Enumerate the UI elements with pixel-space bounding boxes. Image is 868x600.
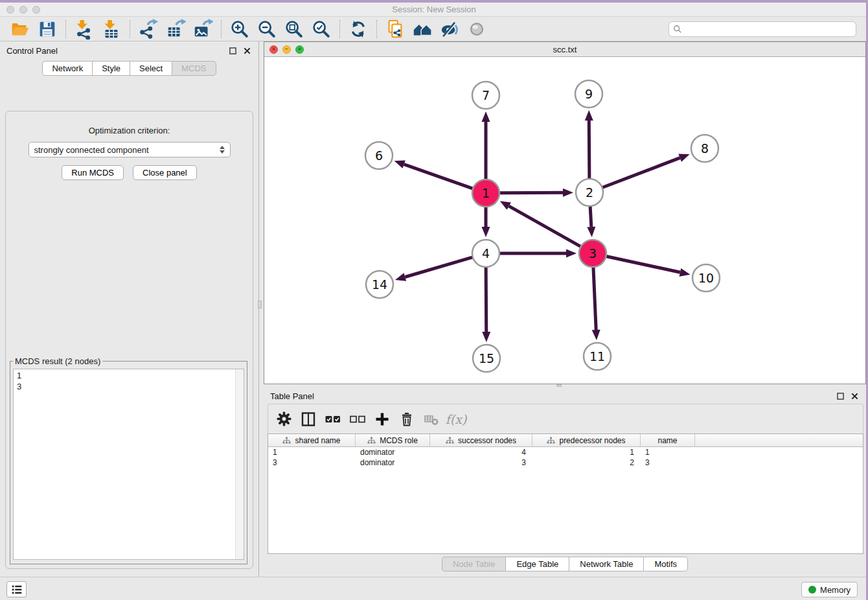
graph-edge-2-3[interactable] [590, 206, 591, 227]
close-table-panel-icon[interactable] [849, 391, 860, 401]
float-panel-icon[interactable] [227, 45, 238, 56]
tab-style[interactable]: Style [92, 61, 130, 76]
vertical-splitter-handle[interactable] [258, 301, 262, 308]
tab-edge-table[interactable]: Edge Table [505, 557, 569, 571]
table-row[interactable]: 1dominator411 [268, 447, 863, 457]
zoom-out-icon [257, 19, 277, 40]
zoom-in-icon [229, 19, 250, 40]
graph-edge-3-1[interactable] [509, 206, 581, 247]
search-field[interactable] [668, 21, 856, 37]
status-bar: Memory [0, 577, 868, 600]
delete-column-button[interactable] [398, 410, 416, 428]
toolbar-separator [130, 20, 130, 38]
gear-button[interactable] [275, 410, 293, 428]
function-builder-icon: f(x) [446, 412, 467, 426]
toolbar-separator [221, 20, 222, 38]
import-table-icon [101, 19, 122, 40]
home-icon [412, 19, 433, 40]
task-history-button[interactable] [6, 581, 27, 597]
column-header-successor-nodes[interactable]: successor nodes [430, 434, 532, 446]
deselect-columns-button[interactable] [348, 410, 367, 428]
graph-edge-arrow [482, 332, 490, 342]
import-table-button[interactable] [98, 18, 125, 40]
export-network-icon [138, 19, 159, 40]
graph-edge-3-11[interactable] [593, 267, 596, 330]
close-panel-button[interactable]: Close panel [133, 165, 197, 180]
column-header-mcds-role[interactable]: MCDS role [356, 434, 430, 446]
tab-motifs[interactable]: Motifs [643, 557, 688, 571]
zoom-selected-button[interactable] [308, 18, 335, 40]
export-network-button[interactable] [135, 18, 162, 40]
import-network-button[interactable] [71, 18, 98, 40]
refresh-icon [348, 19, 369, 40]
criterion-select[interactable]: strongly connected component [29, 142, 231, 157]
table-cell: 4 [430, 447, 532, 457]
tab-network-table[interactable]: Network Table [569, 557, 643, 571]
column-header-name[interactable]: name [641, 434, 695, 446]
mcds-result-line: 1 [17, 370, 240, 381]
hide-panel-button[interactable] [436, 18, 463, 40]
column-header-label: MCDS role [380, 436, 418, 445]
tab-network[interactable]: Network [42, 61, 92, 76]
graph-edge-arrow [394, 160, 405, 168]
column-header-shared-name[interactable]: shared name [268, 434, 356, 446]
home-button[interactable] [409, 18, 436, 40]
open-file-icon [10, 19, 30, 40]
graph-edge-4-14[interactable] [405, 257, 472, 277]
table-panel: Table Panel [264, 387, 866, 577]
zoom-fit-button[interactable] [280, 18, 308, 40]
network-graph[interactable]: 7968124314101511 [264, 58, 865, 384]
column-header-predecessor-nodes[interactable]: predecessor nodes [532, 434, 641, 446]
graph-edge-arrow [482, 111, 490, 122]
eye-button[interactable] [463, 18, 490, 40]
clone-network-button[interactable] [382, 18, 409, 40]
float-table-panel-icon[interactable] [835, 391, 845, 401]
save-session-button[interactable] [34, 18, 61, 40]
function-builder-button[interactable]: f(x) [447, 410, 465, 428]
network-view-window: × − + scc.txt 7968124314101511 [264, 41, 866, 384]
export-image-button[interactable] [189, 18, 216, 40]
zoom-in-button[interactable] [226, 18, 253, 40]
close-panel-icon[interactable] [242, 45, 252, 56]
table-cell: 1 [641, 447, 695, 457]
tab-node-table[interactable]: Node Table [442, 557, 506, 571]
add-column-button[interactable] [373, 410, 391, 428]
graph-node-label: 15 [479, 351, 494, 365]
export-table-button[interactable] [162, 18, 189, 40]
column-header-label: shared name [295, 436, 340, 445]
refresh-button[interactable] [345, 18, 372, 40]
control-panel: Control Panel NetworkStyleSelectMCDS Opt… [0, 41, 259, 577]
save-session-icon [37, 19, 58, 40]
network-canvas[interactable]: 7968124314101511 [264, 58, 865, 384]
graph-edge-2-9[interactable] [589, 121, 589, 179]
table-toolbar: f(x) [268, 404, 863, 433]
search-input[interactable] [685, 24, 852, 34]
run-mcds-button[interactable]: Run MCDS [62, 165, 124, 180]
open-file-button[interactable] [6, 18, 34, 40]
split-columns-button[interactable] [299, 410, 317, 428]
graph-edge-2-8[interactable] [602, 158, 680, 188]
hide-panel-icon [439, 19, 460, 40]
column-header-label: predecessor nodes [559, 436, 625, 445]
mcds-result-text[interactable]: 13 [13, 369, 244, 560]
graph-edge-1-6[interactable] [404, 165, 474, 189]
zoom-out-button[interactable] [253, 18, 280, 40]
network-view-title: scc.txt [264, 45, 865, 54]
tab-mcds[interactable]: MCDS [172, 61, 216, 76]
memory-label: Memory [820, 585, 851, 595]
delete-table-button[interactable] [422, 410, 440, 428]
mcds-result-scrollbar[interactable] [235, 369, 244, 559]
table-row[interactable]: 3dominator323 [268, 457, 863, 468]
select-columns-button[interactable] [324, 410, 342, 428]
graph-edge-1-2[interactable] [499, 192, 563, 193]
memory-button[interactable]: Memory [801, 582, 858, 597]
graph-edge-4-15[interactable] [486, 267, 486, 332]
mcds-result-title: MCDS result (2 nodes) [13, 356, 102, 366]
graph-node-label: 7 [482, 88, 490, 102]
add-column-icon [375, 412, 389, 426]
control-panel-title: Control Panel [6, 46, 58, 56]
tab-select[interactable]: Select [130, 61, 172, 76]
graph-edge-3-10[interactable] [606, 256, 680, 272]
network-view-titlebar[interactable]: × − + scc.txt [264, 42, 865, 57]
delete-table-icon [424, 412, 439, 426]
